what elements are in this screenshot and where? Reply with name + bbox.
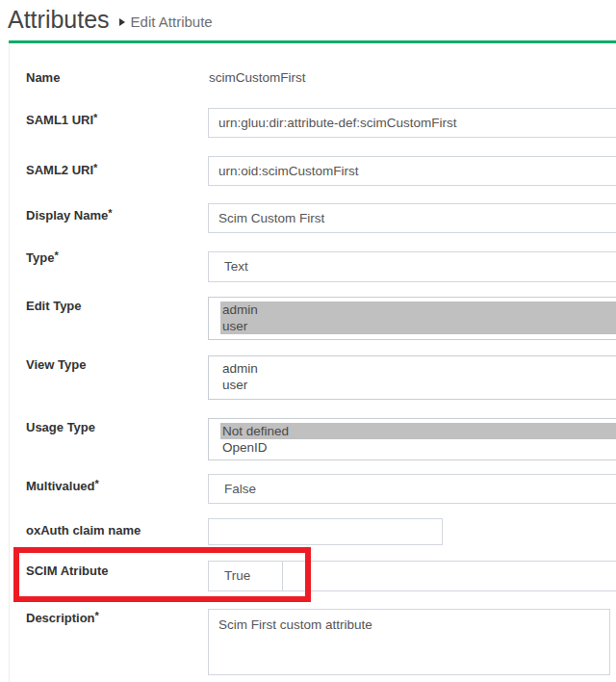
oxauth-claim-name-input[interactable] <box>208 518 443 545</box>
usage-type-option-not-defined[interactable]: Not defined <box>220 423 616 439</box>
edit-type-label: Edit Type <box>26 299 82 313</box>
display-name-label: Display Name* <box>26 208 113 223</box>
scim-attribute-label: SCIM Atribute <box>26 564 108 578</box>
edit-type-option-admin[interactable]: admin <box>220 302 616 318</box>
edit-type-option-user[interactable]: user <box>220 318 616 334</box>
breadcrumb-current: Edit Attribute <box>131 13 213 30</box>
saml1-uri-input[interactable] <box>208 108 616 138</box>
description-label: Description* <box>26 611 99 625</box>
edit-type-listbox[interactable]: admin user <box>208 297 616 340</box>
view-type-listbox[interactable]: admin user <box>208 355 616 400</box>
breadcrumb-chevron-icon <box>119 18 125 26</box>
saml2-uri-input[interactable] <box>208 156 616 186</box>
required-asterisk: * <box>93 112 97 123</box>
oxauth-claim-name-label: oxAuth claim name <box>26 523 141 538</box>
required-asterisk: * <box>95 610 99 621</box>
description-textarea[interactable]: Scim First custom attribute <box>208 609 610 675</box>
type-select[interactable]: Text <box>208 251 616 282</box>
page-title: Attributes <box>8 6 110 34</box>
usage-type-label: Usage Type <box>26 420 95 434</box>
type-label: Type* <box>26 250 59 265</box>
required-asterisk: * <box>93 162 97 173</box>
name-value: scimCustomFirst <box>209 70 306 85</box>
view-type-label: View Type <box>26 357 86 372</box>
required-asterisk: * <box>54 249 58 261</box>
display-name-input[interactable] <box>208 203 616 233</box>
multivalued-select[interactable]: False <box>208 474 616 504</box>
view-type-option-admin[interactable]: admin <box>220 360 616 377</box>
saml2-uri-label: SAML2 URI* <box>26 163 97 177</box>
scim-attribute-field: True <box>208 561 616 591</box>
breadcrumb: Attributes Edit Attribute <box>8 6 213 34</box>
saml1-uri-label: SAML1 URI* <box>26 113 97 127</box>
required-asterisk: * <box>108 207 112 219</box>
multivalued-label: Multivalued* <box>26 479 99 493</box>
scim-attribute-select[interactable]: True <box>209 562 283 590</box>
view-type-option-user[interactable]: user <box>220 377 616 393</box>
usage-type-option-openid[interactable]: OpenID <box>220 439 616 456</box>
edit-attribute-page: Attributes Edit Attribute Name scimCusto… <box>0 0 616 682</box>
required-asterisk: * <box>95 478 99 489</box>
name-label: Name <box>26 70 60 85</box>
usage-type-listbox[interactable]: Not defined OpenID <box>208 418 616 460</box>
